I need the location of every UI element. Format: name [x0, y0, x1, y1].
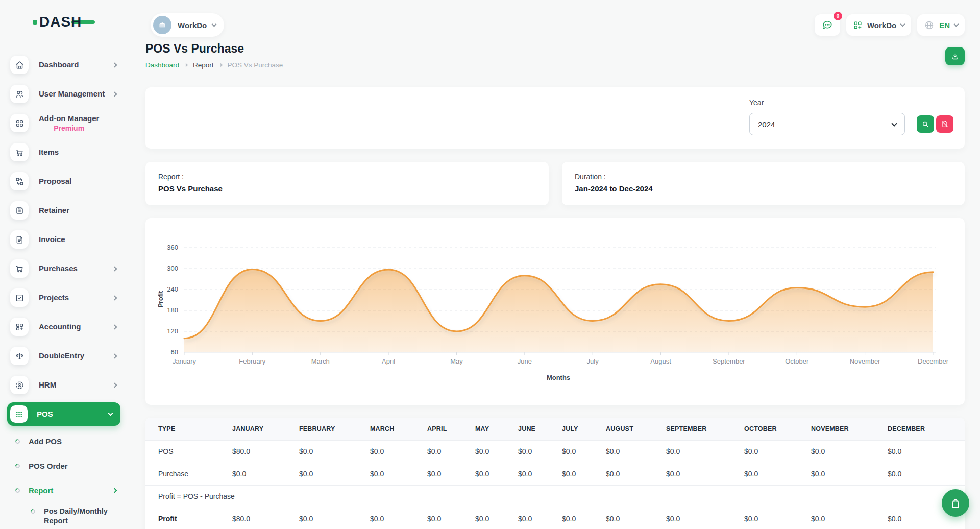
sidebar-item-hrm[interactable]: HRM [0, 371, 128, 399]
invoice-icon [15, 235, 24, 245]
y-tick-label: 60 [149, 348, 178, 356]
table-cell: $0.0 [357, 508, 414, 529]
sidebar-item-retainer[interactable]: Retainer [0, 196, 128, 225]
person-target-icon [15, 380, 24, 390]
sidebar: DASH Dashboard User Management Add-on Ma… [0, 0, 128, 529]
chevron-right-icon [184, 63, 188, 67]
sidebar-item-pos[interactable]: POS [0, 400, 128, 428]
search-button[interactable] [917, 115, 934, 133]
page-title: POS Vs Purchase [145, 42, 244, 56]
dots-grid-icon [15, 410, 23, 419]
duration-label: Duration : [575, 173, 606, 181]
pos-cart-fab[interactable] [942, 489, 969, 517]
chevron-down-icon [212, 22, 217, 27]
sidebar-item-pos-order[interactable]: POS Order [0, 453, 128, 478]
table-cell: $0.0 [414, 508, 462, 529]
app-switcher-button[interactable]: WorkDo [846, 14, 911, 36]
y-axis-title: Profit [157, 291, 164, 308]
breadcrumb-dashboard-link[interactable]: Dashboard [145, 61, 179, 69]
messages-button[interactable]: 0 [815, 14, 840, 36]
table-cell: $0.0 [798, 440, 875, 463]
language-button[interactable]: EN [917, 14, 965, 36]
x-tick-label: May [450, 357, 463, 365]
x-tick-label: November [850, 357, 880, 365]
y-tick-label: 300 [149, 264, 178, 272]
users-icon [15, 89, 24, 99]
messages-badge: 0 [834, 12, 842, 20]
table-cell: $0.0 [505, 463, 549, 485]
chevron-right-icon [219, 63, 223, 67]
sidebar-item-report[interactable]: Report [0, 478, 128, 502]
x-tick-label: December [918, 357, 948, 365]
table-cell: $0.0 [414, 463, 462, 485]
chevron-down-icon [108, 411, 113, 416]
reset-button[interactable] [936, 115, 953, 133]
sidebar-item-addon-manager[interactable]: Add-on Manager Premium [0, 109, 128, 137]
check-square-icon [15, 293, 24, 303]
sidebar-item-purchases[interactable]: Purchases [0, 254, 128, 283]
chevron-right-icon [112, 266, 117, 271]
table-row: Purchase$0.0$0.0$0.0$0.0$0.0$0.0$0.0$0.0… [145, 463, 965, 485]
breadcrumb-report-link[interactable]: Report [193, 61, 214, 69]
sidebar-item-items[interactable]: Items [0, 138, 128, 166]
year-select[interactable]: 2024 [749, 113, 905, 135]
sidebar-item-pos-daily-monthly-report[interactable]: Pos Daily/Monthly Report [0, 507, 128, 526]
filter-card: Year 2024 [145, 87, 965, 149]
chevron-right-icon [112, 91, 117, 97]
table-row: POS$80.0$0.0$0.0$0.0$0.0$0.0$0.0$0.0$0.0… [145, 440, 965, 463]
column-header: OCTOBER [731, 418, 798, 440]
workspace-avatar [153, 16, 172, 34]
clipboard-slash-icon [941, 120, 949, 128]
sidebar-item-invoice[interactable]: Invoice [0, 225, 128, 254]
sidebar-item-user-management[interactable]: User Management [0, 80, 128, 108]
logo-accent-dot [33, 20, 37, 25]
x-tick-label: February [239, 357, 265, 365]
table-cell: $0.0 [549, 508, 593, 529]
table-header-row: TYPEJANUARYFEBRUARYMARCHAPRILMAYJUNEJULY… [145, 418, 965, 440]
row-label: Profit [145, 508, 219, 529]
column-header: SEPTEMBER [653, 418, 731, 440]
y-tick-label: 120 [149, 327, 178, 335]
table-cell: $0.0 [593, 440, 653, 463]
sidebar-item-add-pos[interactable]: Add POS [0, 429, 128, 453]
table-cell: $0.0 [731, 463, 798, 485]
sidebar-item-accounting[interactable]: Accounting [0, 312, 128, 341]
x-tick-label: January [173, 357, 196, 365]
sidebar-item-doubleentry[interactable]: DoubleEntry [0, 342, 128, 370]
table-cell: $0.0 [798, 463, 875, 485]
x-tick-label: June [518, 357, 532, 365]
chevron-right-icon [112, 353, 117, 358]
workspace-switcher[interactable]: WorkDo [151, 13, 224, 37]
scales-icon [15, 351, 24, 361]
table-row: Profit$80.0$0.0$0.0$0.0$0.0$0.0$0.0$0.0$… [145, 508, 965, 529]
table-cell: $0.0 [219, 463, 286, 485]
chevron-right-icon [112, 62, 117, 67]
table-cell: $0.0 [593, 508, 653, 529]
search-icon [921, 120, 929, 128]
app-logo[interactable]: DASH [33, 13, 82, 31]
table-cell: $0.0 [286, 463, 357, 485]
table-cell: $0.0 [357, 463, 414, 485]
swap-boxes-icon [15, 177, 24, 186]
logo-text: DASH [39, 14, 82, 30]
grid-plus-icon [15, 322, 24, 332]
year-label: Year [749, 99, 764, 107]
x-axis-title: Months [547, 374, 570, 381]
duration-info-card: Duration : Jan-2024 to Dec-2024 [562, 162, 965, 205]
table-cell: $0.0 [593, 463, 653, 485]
table-cell: $0.0 [414, 440, 462, 463]
premium-badge: Premium [54, 124, 84, 132]
chevron-right-icon [112, 488, 117, 493]
table-cell: $0.0 [357, 440, 414, 463]
table-cell: $0.0 [505, 508, 549, 529]
sidebar-item-proposal[interactable]: Proposal [0, 167, 128, 196]
table-cell: $0.0 [505, 440, 549, 463]
breadcrumb-current: POS Vs Purchase [228, 61, 283, 69]
download-button[interactable] [945, 47, 965, 65]
sidebar-item-dashboard[interactable]: Dashboard [0, 51, 128, 79]
breadcrumb: Dashboard Report POS Vs Purchase [145, 61, 283, 69]
duration-value: Jan-2024 to Dec-2024 [575, 184, 653, 193]
table-cell: $0.0 [653, 440, 731, 463]
sidebar-item-projects[interactable]: Projects [0, 283, 128, 312]
chevron-down-icon [954, 22, 959, 27]
